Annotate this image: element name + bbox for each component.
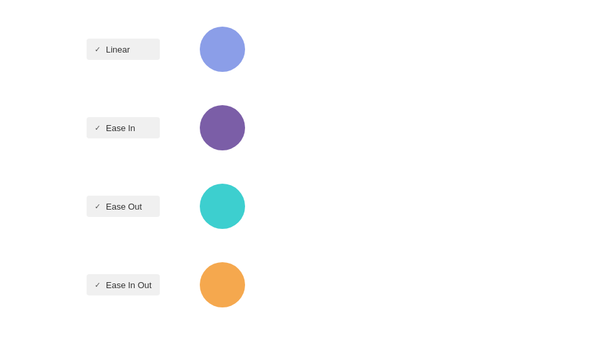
- easing-row-ease-in: ✓ Ease In: [87, 105, 598, 150]
- checkmark-linear: ✓: [95, 45, 101, 54]
- easing-label-linear: Linear: [106, 45, 130, 55]
- easing-label-ease-in-out: Ease In Out: [106, 280, 152, 290]
- circle-ease-in-out: [200, 262, 245, 307]
- easing-button-ease-out[interactable]: ✓ Ease Out: [87, 196, 160, 217]
- easing-list: ✓ Linear ✓ Ease In ✓ Ease Out ✓ Ease In …: [0, 0, 598, 341]
- easing-row-ease-out: ✓ Ease Out: [87, 184, 598, 229]
- easing-label-ease-out: Ease Out: [106, 202, 142, 212]
- easing-row-ease-in-out: ✓ Ease In Out: [87, 262, 598, 307]
- easing-button-linear[interactable]: ✓ Linear: [87, 39, 160, 60]
- easing-button-ease-in[interactable]: ✓ Ease In: [87, 117, 160, 138]
- circle-ease-out: [200, 184, 245, 229]
- checkmark-ease-in-out: ✓: [95, 281, 101, 289]
- checkmark-ease-out: ✓: [95, 202, 101, 211]
- circle-ease-in: [200, 105, 245, 150]
- circle-linear: [200, 27, 245, 72]
- checkmark-ease-in: ✓: [95, 124, 101, 132]
- easing-label-ease-in: Ease In: [106, 123, 135, 133]
- easing-row-linear: ✓ Linear: [87, 27, 598, 72]
- easing-button-ease-in-out[interactable]: ✓ Ease In Out: [87, 274, 160, 295]
